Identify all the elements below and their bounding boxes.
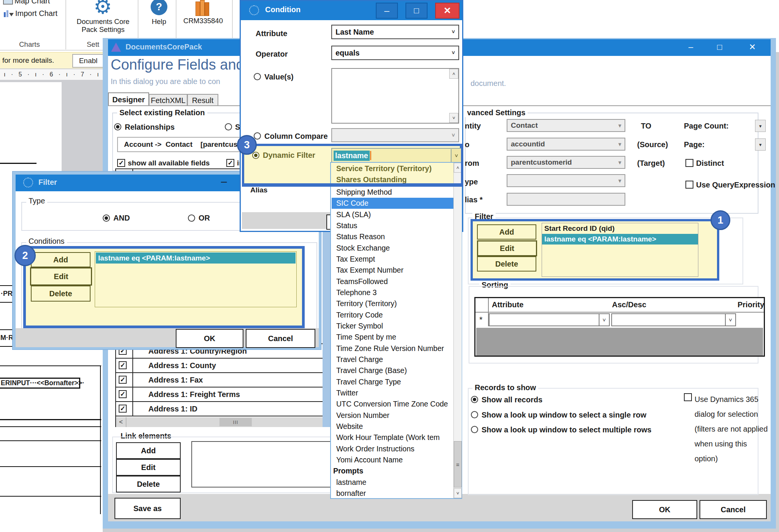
dropdown-item[interactable]: Territory Code bbox=[336, 310, 450, 321]
single-row-radio[interactable] bbox=[471, 411, 478, 418]
close-button[interactable]: ✕ bbox=[743, 40, 762, 54]
dropdown-item[interactable]: Time Spent by me bbox=[336, 332, 450, 343]
values-textarea[interactable]: ˄ ˅ bbox=[331, 68, 459, 124]
from-combo[interactable]: parentcustomerid▾ bbox=[507, 156, 625, 169]
ok-button[interactable]: OK bbox=[632, 500, 697, 519]
static-radio[interactable] bbox=[225, 123, 232, 130]
sort-ascdesc-cell[interactable]: ˅ bbox=[611, 313, 736, 326]
filter-cancel-button[interactable]: Cancel bbox=[246, 329, 315, 348]
link-edit-button[interactable]: Edit bbox=[116, 459, 181, 476]
alias-input[interactable] bbox=[507, 193, 625, 206]
scrollbar-thumb[interactable]: III bbox=[219, 418, 252, 426]
dropdown-item[interactable]: Work Order Instructions bbox=[336, 443, 450, 454]
filter-ok-button[interactable]: OK bbox=[176, 329, 243, 348]
dropdown-item[interactable]: Status Reason bbox=[336, 231, 450, 242]
column-compare-combo[interactable]: ˅ bbox=[331, 128, 459, 142]
dropdown-item[interactable]: Tax Exempt bbox=[336, 254, 450, 265]
dropdown-item[interactable]: Work Hour Template (Work tem bbox=[336, 432, 450, 443]
dropdown-item[interactable]: Status bbox=[336, 220, 450, 231]
to-combo[interactable]: accountid▾ bbox=[507, 138, 625, 151]
field-checkbox[interactable]: ✓ bbox=[119, 405, 127, 413]
filter-item[interactable]: Start Record ID (qid) bbox=[542, 223, 698, 234]
condition-item-selected[interactable]: lastname eq <PARAM:lastname> bbox=[96, 253, 296, 264]
field-checkbox[interactable]: ✓ bbox=[119, 376, 127, 384]
dropdown-item[interactable]: Shipping Method bbox=[336, 187, 450, 198]
sort-attribute-cell[interactable]: ˅ bbox=[489, 313, 610, 326]
tab-fetchxml[interactable]: FetchXML bbox=[149, 94, 188, 106]
operator-combo[interactable]: equals˅ bbox=[331, 46, 459, 60]
conditions-list[interactable]: lastname eq <PARAM:lastname> bbox=[95, 251, 297, 307]
values-radio[interactable] bbox=[254, 73, 261, 80]
scroll-up-icon[interactable]: ˄ bbox=[449, 69, 458, 79]
map-chart-button[interactable]: Map Chart bbox=[14, 0, 50, 5]
condition-delete-button[interactable]: Delete bbox=[31, 286, 91, 302]
dropdown-item[interactable]: Tax Exempt Number bbox=[336, 265, 450, 276]
dynamic-filter-combo[interactable]: lastname ˅ bbox=[331, 148, 462, 163]
dropdown-item[interactable]: Telephone 3 bbox=[336, 287, 450, 298]
dropdown-item[interactable]: Time Zone Rule Version Number bbox=[336, 343, 450, 354]
close-button[interactable]: ✕ bbox=[435, 3, 459, 19]
enable-button[interactable]: Enabl bbox=[72, 54, 104, 68]
save-as-button[interactable]: Save as bbox=[114, 498, 181, 519]
filter-delete-button[interactable]: Delete bbox=[477, 256, 536, 272]
dropdown-item[interactable]: Website bbox=[336, 421, 450, 432]
maximize-button[interactable]: □ bbox=[711, 40, 729, 54]
dropdown-item[interactable]: Territory (Territory) bbox=[336, 298, 450, 309]
entity-combo[interactable]: Contact▾ bbox=[507, 119, 625, 132]
dropdown-item[interactable]: Yomi Account Name bbox=[336, 454, 450, 465]
dropdown-item[interactable]: bornafter bbox=[336, 488, 450, 499]
link-delete-button[interactable]: Delete bbox=[116, 476, 181, 492]
use-queryexpression-checkbox[interactable] bbox=[685, 181, 693, 189]
field-checkbox[interactable]: ✓ bbox=[119, 361, 127, 369]
filter-add-button[interactable]: Add bbox=[477, 224, 536, 240]
dropdown-item[interactable]: Version Number bbox=[336, 410, 450, 421]
help-button[interactable]: Help bbox=[150, 17, 168, 26]
maximize-button[interactable]: □ bbox=[405, 3, 428, 19]
page-dropdown[interactable]: ▾ bbox=[755, 138, 766, 151]
scrollbar-thumb[interactable]: ≡ bbox=[454, 441, 462, 488]
and-radio[interactable] bbox=[103, 214, 110, 222]
attribute-combo[interactable]: Last Name˅ bbox=[331, 25, 459, 39]
or-radio[interactable] bbox=[188, 214, 195, 222]
include-checkbox[interactable]: ✓ bbox=[226, 159, 234, 167]
dropdown-item[interactable]: Travel Charge (Base) bbox=[336, 365, 450, 376]
condition-add-button[interactable]: Add bbox=[31, 252, 91, 267]
tab-result[interactable]: Result bbox=[187, 94, 218, 106]
horizontal-scrollbar[interactable]: < III bbox=[116, 417, 329, 427]
relationships-radio[interactable] bbox=[114, 123, 121, 130]
dropdown-item[interactable]: SLA (SLA) bbox=[336, 209, 450, 220]
minimize-button[interactable]: – bbox=[221, 175, 227, 187]
dropdown-item[interactable]: Twitter bbox=[336, 387, 450, 399]
page-count-dropdown[interactable]: ▾ bbox=[755, 120, 766, 132]
filter-edit-button[interactable]: Edit bbox=[477, 240, 537, 256]
scroll-down-icon[interactable]: ˅ bbox=[449, 113, 458, 123]
dropdown-scrollbar[interactable]: ˄ ≡ ˅ bbox=[453, 163, 462, 498]
link-add-button[interactable]: Add bbox=[116, 442, 181, 459]
dropdown-item[interactable]: Stock Exchange bbox=[336, 243, 450, 254]
dropdown-item[interactable]: UTC Conversion Time Zone Code bbox=[336, 399, 450, 410]
crm-button[interactable]: CRM335840 bbox=[178, 17, 228, 25]
scroll-down-icon[interactable]: ˅ bbox=[454, 488, 462, 498]
condition-edit-button[interactable]: Edit bbox=[30, 267, 92, 286]
minimize-button[interactable]: – bbox=[376, 3, 398, 19]
use-d365-checkbox[interactable] bbox=[684, 393, 692, 401]
minimize-button[interactable]: – bbox=[682, 40, 700, 54]
show-all-records-radio[interactable] bbox=[471, 396, 478, 403]
dropdown-item[interactable]: lastname bbox=[336, 477, 450, 488]
dropdown-item[interactable]: Travel Charge bbox=[336, 354, 450, 365]
dialog-titlebar[interactable]: Condition – □ ✕ bbox=[241, 1, 462, 20]
show-all-fields-checkbox[interactable]: ✓ bbox=[117, 159, 125, 167]
multiple-rows-radio[interactable] bbox=[471, 426, 478, 433]
tab-designer[interactable]: Designer bbox=[108, 92, 149, 106]
type-combo[interactable]: ▾ bbox=[507, 174, 625, 187]
distinct-checkbox[interactable] bbox=[685, 159, 693, 167]
scroll-up-icon[interactable]: ˄ bbox=[454, 163, 462, 173]
dropdown-item[interactable]: TeamsFollowed bbox=[336, 276, 450, 287]
dropdown-item-selected[interactable]: SIC Code bbox=[336, 198, 450, 209]
dropdown-item[interactable]: Travel Charge Type bbox=[336, 376, 450, 387]
field-checkbox[interactable]: ✓ bbox=[119, 390, 127, 398]
dcp-settings-button[interactable]: Documents Core Pack Settings bbox=[68, 17, 138, 33]
filter-list[interactable]: Start Record ID (qid) lastname eq <PARAM… bbox=[542, 223, 698, 277]
cancel-button[interactable]: Cancel bbox=[700, 500, 767, 519]
filter-item-selected[interactable]: lastname eq <PARAM:lastname> bbox=[542, 234, 698, 245]
